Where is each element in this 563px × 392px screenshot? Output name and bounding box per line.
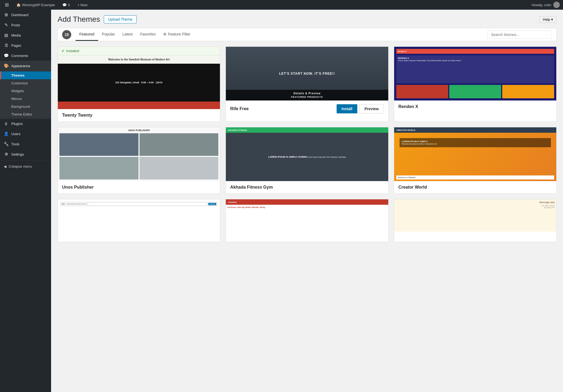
akhada-logo: AKHADA FITNESS (228, 129, 247, 131)
sidebar-sub-item-background[interactable]: Background (0, 103, 51, 110)
theme-name-akhada: Akhada Fitness Gym (230, 185, 273, 190)
tab-featured[interactable]: Featured (76, 28, 98, 41)
wp-logo-link[interactable]: ⊞ (3, 0, 10, 10)
sidebar-item-plugins[interactable]: ⧮ Plugins (0, 119, 51, 129)
help-button[interactable]: Help ▾ (539, 16, 557, 23)
new-label: + New (77, 3, 87, 7)
tt-banner: 123 Storgatan, Umeå 9:00 – 5:00 129 kr (58, 64, 220, 102)
sidebar-sub-item-customize[interactable]: Customize (0, 79, 51, 87)
tabs-bar: 15 Featured Popular Latest Favorites ⚙ F… (58, 28, 557, 41)
sidebar-label-settings: Settings (11, 152, 24, 156)
rife-overlay: Details & Preview FEATURED PRODUCTS (226, 90, 388, 100)
massage-title: Massage Spa (396, 201, 555, 204)
howdy-text: Howdy, colin (532, 3, 551, 7)
tab-favorites[interactable]: Favorites (136, 28, 159, 41)
sidebar-item-appearance[interactable]: 🎨 Appearance (0, 61, 51, 71)
sidebar-item-media[interactable]: ▤ Media (0, 30, 51, 40)
sidebar-label-plugins: Plugins (11, 122, 23, 126)
user-avatar[interactable] (553, 2, 560, 8)
search-themes-input[interactable] (487, 31, 552, 39)
theme-card-twenty-twenty[interactable]: ✔ Installed Welcome to the Swedish Museu… (58, 46, 220, 122)
stix-sub: A WordPress Starter Theme (66, 203, 87, 205)
stix-title: Stix (62, 203, 65, 205)
massage-address: 123 Main StreetBrooklyn NY (396, 205, 555, 208)
preview-rife-button[interactable]: Preview (359, 104, 384, 113)
theme-screenshot-twenty-twenty: Welcome to the Swedish Museum of Modern … (58, 55, 220, 109)
renden-thumb-3 (502, 85, 554, 98)
tt-footer (58, 102, 220, 109)
sidebar-label-pages: Pages (11, 44, 21, 48)
theme-card-massage-spa[interactable]: Massage Spa 123 Main StreetBrooklyn NY (394, 199, 557, 242)
sidebar-label-media: Media (11, 33, 21, 37)
unos-img-1 (59, 133, 138, 156)
theme-count-badge: 15 (62, 30, 71, 39)
theme-card-renden-x[interactable]: Renden X RENDEN X This Is Some Generic P… (394, 46, 557, 122)
sidebar-sub-item-menus[interactable]: Menus (0, 95, 51, 103)
page-title: Add Themes (58, 15, 100, 24)
renden-content: RENDEN X This Is Some Generic Placeholde… (396, 55, 554, 83)
posts-icon: ✎ (4, 23, 9, 27)
rife-overlay-text: Details & Preview (294, 92, 320, 95)
unos-grid (59, 133, 218, 179)
collapse-arrow-icon: ◀ (4, 164, 6, 168)
stix-search (88, 202, 206, 206)
unos-title: UNOS PUBLISHER (59, 129, 218, 132)
wp-logo-icon: ⊞ (5, 2, 9, 8)
sidebar-label-tools: Tools (11, 142, 19, 146)
site-name-link[interactable]: 🏠 WinningWP Example (15, 0, 56, 10)
sidebar-item-settings[interactable]: ⚙ Settings (0, 149, 51, 159)
tab-latest[interactable]: Latest (119, 28, 136, 41)
sidebar-item-users[interactable]: 👤 Users (0, 129, 51, 139)
theme-card-rife-free[interactable]: LET'S START NOW. IT'S FREE!! Details & P… (226, 46, 388, 122)
sidebar-item-dashboard[interactable]: ⊞ Dashboard (0, 10, 51, 20)
upload-theme-button[interactable]: Upload Theme (104, 15, 137, 23)
theme-card-candour[interactable]: Candour Exclusive: Nera By Adolfo Valent… (226, 199, 388, 242)
theme-card-unos-publisher[interactable]: UNOS PUBLISHER Unos Publisher (58, 127, 220, 194)
gear-icon: ⚙ (163, 32, 167, 36)
sidebar: ⊞ Dashboard ✎ Posts ▤ Media ☰ Pages 💬 Co… (0, 10, 51, 392)
checkmark-icon: ✔ (62, 49, 65, 53)
comment-icon: 💬 (62, 3, 67, 7)
stix-bar: Stix A WordPress Starter Theme Submit (60, 202, 218, 206)
theme-screenshot-stix: Stix A WordPress Starter Theme Submit (58, 199, 220, 232)
help-label: Help (543, 17, 550, 21)
appearance-icon: 🎨 (4, 63, 9, 68)
theme-card-stix[interactable]: Stix A WordPress Starter Theme Submit (58, 199, 220, 242)
feature-filter-label: Feature Filter (168, 32, 190, 36)
installed-label: Installed (66, 49, 79, 53)
renden-header: Renden X (396, 49, 554, 54)
settings-icon: ⚙ (4, 152, 9, 157)
theme-card-creator-world[interactable]: CREATOR WORLD LOREM IPSUM IS SIMPLY Plac… (394, 127, 557, 194)
tab-popular[interactable]: Popular (98, 28, 119, 41)
sidebar-label-dashboard: Dashboard (11, 13, 28, 17)
akhada-hero: LOREM IPSUM IS SIMPLY DUMMY Lorem ipsum … (226, 133, 388, 181)
creator-text: LOREM IPSUM IS SIMPLY Placerat ante ipsu… (400, 138, 551, 147)
new-content-link[interactable]: + New (76, 0, 89, 10)
collapse-menu-btn[interactable]: ◀ Collapse menu (0, 162, 51, 171)
theme-screenshot-creator: CREATOR WORLD LOREM IPSUM IS SIMPLY Plac… (394, 127, 556, 181)
users-icon: 👤 (4, 131, 9, 136)
sidebar-item-comments[interactable]: 💬 Comments (0, 51, 51, 61)
themes-grid: ✔ Installed Welcome to the Swedish Museu… (58, 46, 557, 242)
theme-name-unos: Unos Publisher (62, 185, 94, 190)
sidebar-label-comments: Comments (11, 54, 28, 58)
unos-img-3 (59, 157, 138, 179)
comments-link[interactable]: 💬 0 (61, 0, 72, 10)
theme-name-twenty-twenty: Twenty Twenty (62, 113, 92, 118)
candour-content: Exclusive: Nera By Adolfo Valentia: Stic… (226, 205, 388, 232)
theme-name-rife-free: Rife Free (230, 106, 248, 111)
theme-screenshot-candour: Candour Exclusive: Nera By Adolfo Valent… (226, 199, 388, 232)
install-rife-button[interactable]: Install (337, 104, 357, 113)
renden-thumb-1 (396, 85, 448, 98)
sidebar-sub-item-theme-editor[interactable]: Theme Editor (0, 110, 51, 118)
sidebar-item-tools[interactable]: 🔧 Tools (0, 139, 51, 149)
tt-header: Welcome to the Swedish Museum of Modern … (58, 55, 220, 64)
sidebar-sub-item-widgets[interactable]: Widgets (0, 87, 51, 95)
tab-feature-filter[interactable]: ⚙ Feature Filter (159, 28, 194, 41)
sidebar-sub-item-themes[interactable]: Themes (0, 71, 51, 79)
sidebar-item-pages[interactable]: ☰ Pages (0, 40, 51, 51)
theme-screenshot-rife-free: LET'S START NOW. IT'S FREE!! Details & P… (226, 47, 388, 100)
theme-search-container (487, 31, 552, 39)
sidebar-item-posts[interactable]: ✎ Posts (0, 20, 51, 30)
theme-card-akhada[interactable]: AKHADA FITNESS LOREM IPSUM IS SIMPLY DUM… (226, 127, 388, 194)
